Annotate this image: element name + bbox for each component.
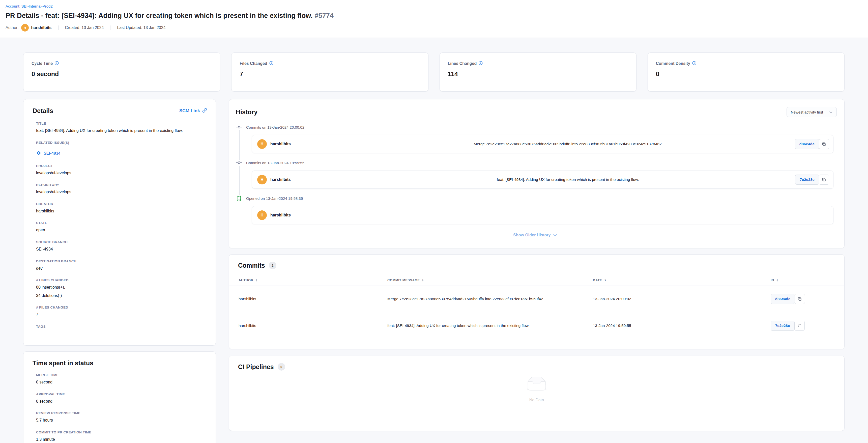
info-icon[interactable] [692,61,696,66]
timeline-entry-header: Opened on 13-Jan-2024 19:58:35 [236,195,837,202]
link-icon [202,108,207,114]
commit-hash-badge[interactable]: 7e2e28c [771,321,795,331]
history-sort-dropdown[interactable]: Newest activity first [786,107,837,117]
table-row: harshilbits feat: [SEI-4934]: Adding UX … [229,312,844,339]
field-label: TITLE [36,122,207,125]
info-icon[interactable] [55,61,59,66]
commits-count-badge: 2 [269,262,276,269]
cell-id: d86c4de [771,294,833,304]
sort-icon: ▲▼ [255,279,258,281]
field-project: PROJECT levelops/ui-levelops [36,164,207,176]
scm-link-label: SCM Link [179,108,200,114]
show-older-history-button[interactable]: Show Older History [513,233,557,237]
field-review-response-time: REVIEW RESPONSE TIME 5.7 hours [36,411,207,423]
commit-author-name: harshilbits [270,142,291,146]
page-title: PR Details - feat: [SEI-4934]: Adding UX… [5,12,862,20]
timeline-entry-header: Commits on 13-Jan-2024 19:59:55 [236,159,837,166]
field-source-branch: SOURCE BRANCH SEI-4934 [36,240,207,252]
field-value: harshilbits [36,208,207,214]
field-value: SEI-4934 [36,246,207,252]
chevron-down-icon [829,110,832,114]
divider [58,26,59,30]
details-header: Details SCM Link [33,107,207,115]
field-value: feat: [SEI-4934]: Adding UX for creating… [36,128,207,134]
right-column: History Newest activity first Commits on… [229,99,844,431]
account-breadcrumb-link[interactable]: Account: SEI-Internal-Prod2 [5,4,53,8]
commits-panel: Commits 2 AUTHOR ▲▼ COMMIT MESSAGE ▲▼ [229,254,844,349]
issue-key: SEI-4934 [43,151,61,156]
field-repository: REPOSITORY levelops/ui-levelops [36,183,207,195]
timeline-entry-label: Opened on 13-Jan-2024 19:58:35 [246,196,303,201]
commit-author: H harshilbits [257,210,340,220]
no-data-label: No Data [529,398,544,403]
git-pull-request-icon [236,195,242,201]
left-column: Details SCM Link TITLE feat: [SEI-4934]:… [23,99,216,443]
field-merge-time: MERGE TIME 0 second [36,373,207,385]
field-label: REPOSITORY [36,183,207,187]
cell-date: 13-Jan-2024 19:59:55 [593,323,771,328]
column-header-date[interactable]: DATE ▼ [593,278,771,282]
sort-icon: ▲▼ [422,279,424,281]
timeline-entry-label: Commits on 13-Jan-2024 20:00:02 [246,125,304,129]
cell-message: Merge 7e2e28ce17a27a888e530754dd6ad21609… [388,297,593,301]
commit-hash-badge[interactable]: d86c4de [795,139,819,149]
field-value: open [36,227,207,233]
field-label: STATE [36,221,207,225]
copy-button[interactable] [795,294,805,304]
field-lines-changed: # LINES CHANGED 80 insertions(+), 34 del… [36,278,207,298]
commit-card: H harshilbits feat: [SEI-4934]: Adding U… [252,171,833,189]
details-fields: TITLE feat: [SEI-4934]: Adding UX for cr… [33,122,207,328]
timeline-entry: Opened on 13-Jan-2024 19:58:35 H harshil… [236,195,837,224]
history-heading: History [236,109,257,116]
metric-label-text: Lines Changed [448,61,477,66]
column-header-message[interactable]: COMMIT MESSAGE ▲▼ [388,278,593,282]
column-label: COMMIT MESSAGE [388,278,420,282]
field-related-issues: RELATED ISSUE(S) SEI-4934 [36,141,207,157]
info-icon[interactable] [269,61,273,66]
opened-card: H harshilbits [252,206,833,224]
commit-hash-badge[interactable]: 7e2e28c [795,175,819,185]
show-older-label: Show Older History [513,233,551,237]
git-commit-icon [236,159,242,166]
commit-message: Merge 7e2e28ce17a27a888e530754dd6ad21609… [340,142,795,146]
column-header-id[interactable]: ID ▲▼ [771,278,833,282]
field-value: levelops/ui-levelops [36,189,207,195]
column-header-author[interactable]: AUTHOR ▲▼ [239,278,388,282]
timeline-entry: Commits on 13-Jan-2024 20:00:02 H harshi… [236,124,837,153]
commit-author-name: harshilbits [270,213,291,217]
commits-table-header: AUTHOR ▲▼ COMMIT MESSAGE ▲▼ DATE ▼ ID [229,275,844,286]
created-date: Created: 13 Jan 2024 [65,26,104,30]
history-header: History Newest activity first [236,107,837,117]
metric-label-text: Comment Density [656,61,690,66]
copy-button[interactable] [819,175,829,185]
avatar: H [257,175,267,184]
column-label: AUTHOR [239,278,253,282]
avatar: H [21,24,29,32]
updated-date: Last Updated: 13 Jan 2024 [117,26,165,30]
field-tags: TAGS [36,325,207,328]
field-state: STATE open [36,221,207,233]
field-label: APPROVAL TIME [36,392,207,396]
ci-heading: CI Pipelines [238,363,274,371]
commit-author: H harshilbits [257,139,340,149]
sort-desc-icon: ▼ [604,279,607,282]
commit-author: H harshilbits [257,175,340,184]
scm-link[interactable]: SCM Link [179,108,207,114]
sort-dropdown-label: Newest activity first [791,110,823,114]
main-content: Cycle Time 0 second Files Changed 7 Line… [0,38,868,443]
time-spent-heading: Time spent in status [33,359,207,367]
info-icon[interactable] [478,61,483,66]
commits-header: Commits 2 [229,262,844,269]
sort-icon: ▲▼ [776,279,778,281]
details-panel: Details SCM Link TITLE feat: [SEI-4934]:… [23,99,216,346]
insertions-value: 80 insertions(+), [36,285,207,290]
deletions-value: 34 deletions(-) [36,293,207,298]
metric-label-text: Files Changed [240,61,267,66]
commit-message: feat: [SEI-4934]: Adding UX for creating… [340,177,795,182]
copy-button[interactable] [819,139,829,149]
time-spent-panel: Time spent in status MERGE TIME 0 second… [23,351,216,443]
related-issue-link[interactable]: SEI-4934 [36,150,61,157]
copy-button[interactable] [794,321,805,331]
commit-hash-badge[interactable]: d86c4de [771,294,795,304]
field-label: CREATOR [36,202,207,206]
